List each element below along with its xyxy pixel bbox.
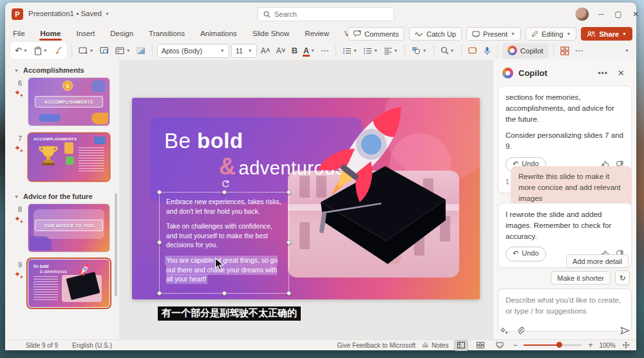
- shape-fill-button[interactable]: [135, 43, 147, 58]
- close-button[interactable]: ✕: [629, 8, 643, 21]
- copilot-input-card[interactable]: Describe what you'd like to create, or t…: [498, 288, 632, 332]
- font-name-value: Aptos (Body): [162, 47, 203, 55]
- minimize-button[interactable]: ─: [594, 8, 608, 21]
- tab-review[interactable]: Review: [303, 28, 330, 39]
- chevron-down-icon[interactable]: ▼: [622, 32, 627, 36]
- search-box[interactable]: [258, 7, 394, 21]
- diagonal-fill-icon: [137, 47, 146, 55]
- numbering-button[interactable]: ▼: [361, 43, 380, 58]
- undo-button[interactable]: ↶ Undo: [506, 247, 546, 261]
- shrink-font-button[interactable]: A˅: [274, 43, 288, 58]
- resize-handle[interactable]: [287, 240, 291, 245]
- zoom-level[interactable]: 100%: [599, 342, 616, 349]
- copilot-ribbon-button[interactable]: Copilot: [502, 43, 549, 59]
- designer-button[interactable]: [466, 43, 480, 58]
- search-input[interactable]: [274, 10, 377, 18]
- tab-animations[interactable]: Animations: [199, 28, 238, 39]
- shapes-icon: [412, 46, 421, 55]
- font-size-select[interactable]: 11▼: [231, 44, 257, 58]
- resize-handle[interactable]: [222, 190, 227, 194]
- layout-button[interactable]: ▼: [113, 43, 133, 58]
- font-color-button[interactable]: A▼: [301, 43, 317, 58]
- present-button[interactable]: Present ▼: [466, 27, 521, 41]
- notes-toggle[interactable]: Notes: [422, 342, 448, 349]
- slide-6-thumbnail[interactable]: 1 ACCOMPLISHMENTS: [28, 78, 109, 126]
- collapse-ribbon-button[interactable]: ▼: [623, 43, 631, 58]
- slide-9-thumbnail[interactable]: Be bold & adventurous: [28, 259, 109, 307]
- zoom-out-button[interactable]: −: [513, 341, 517, 350]
- selected-text-box[interactable]: Embrace new experiences, takes risks, an…: [159, 192, 289, 294]
- normal-view-button[interactable]: [455, 341, 468, 350]
- paste-button[interactable]: ▼: [32, 43, 50, 58]
- new-slide-icon: [79, 46, 88, 55]
- grow-font-button[interactable]: A˄: [259, 43, 272, 58]
- dictate-button[interactable]: [482, 43, 493, 58]
- suggestion-chip-make-shorter[interactable]: Make it shorter: [551, 271, 611, 285]
- rotate-handle[interactable]: [222, 180, 229, 187]
- share-button[interactable]: Share ▼: [581, 27, 632, 41]
- undo-button[interactable]: ↶▼: [13, 43, 30, 58]
- arrange-shapes-button[interactable]: ▼: [410, 43, 429, 58]
- section-header-accomplishments[interactable]: ▼ Accomplishments: [14, 66, 119, 74]
- copilot-sparkle-icon: ✦✦: [14, 270, 25, 279]
- section-header-advice[interactable]: ▼ Advice for the future: [14, 193, 119, 200]
- tab-insert[interactable]: Insert: [75, 28, 96, 39]
- reset-button[interactable]: [98, 43, 111, 58]
- attach-icon[interactable]: [516, 326, 524, 335]
- chevron-down-icon: ▼: [14, 194, 19, 199]
- user-avatar[interactable]: [575, 7, 589, 21]
- designer-pane-button[interactable]: [558, 43, 571, 58]
- send-icon[interactable]: [620, 326, 630, 335]
- brush-icon: [54, 46, 62, 55]
- pane-close-button[interactable]: ✕: [618, 68, 625, 78]
- pane-options-button[interactable]: •••: [598, 69, 608, 78]
- font-name-select[interactable]: Aptos (Body)▼: [157, 44, 229, 58]
- language-indicator[interactable]: English (U.S.): [72, 342, 112, 349]
- document-title[interactable]: Presentation1 • Saved ▼: [28, 10, 109, 17]
- resize-handle[interactable]: [287, 190, 291, 194]
- ribbon-overflow-button[interactable]: ⋯: [573, 43, 585, 58]
- prompt-sparkle-icon[interactable]: [500, 327, 509, 335]
- suggestion-chip-add-detail[interactable]: Add more detail: [566, 254, 629, 268]
- copilot-sparkle-icon: ✦✦: [14, 144, 25, 153]
- maximize-button[interactable]: ▢: [611, 8, 625, 21]
- bullets-button[interactable]: ▼: [341, 43, 359, 58]
- chevron-down-icon[interactable]: ▼: [567, 32, 571, 36]
- catch-up-button[interactable]: Catch Up: [409, 27, 462, 41]
- tab-transitions[interactable]: Transitions: [147, 28, 186, 39]
- copilot-input[interactable]: Describe what you'd like to create, or t…: [506, 295, 624, 316]
- editing-mode-button[interactable]: Editing ▼: [526, 27, 577, 41]
- copilot-ribbon-label: Copilot: [520, 47, 544, 55]
- thumbnail-scrollbar[interactable]: [115, 193, 117, 296]
- fit-to-window-icon[interactable]: [622, 341, 630, 349]
- tab-home[interactable]: Home: [39, 28, 62, 39]
- comments-button[interactable]: Comments: [348, 27, 404, 41]
- resize-handle[interactable]: [157, 291, 162, 296]
- slide-body-text[interactable]: Embrace new experiences, takes risks, an…: [166, 198, 285, 290]
- feedback-link[interactable]: Give Feedback to Microsoft: [337, 342, 416, 349]
- new-slide-button[interactable]: ▼: [77, 43, 96, 58]
- slide-9-canvas[interactable]: Be bold &adventurous: [132, 98, 480, 299]
- tab-file[interactable]: File: [12, 28, 26, 39]
- format-painter-button[interactable]: [52, 43, 64, 58]
- more-font-options-button[interactable]: ⋯: [319, 43, 331, 58]
- tab-design[interactable]: Design: [109, 28, 135, 39]
- resize-handle[interactable]: [157, 240, 162, 245]
- resize-handle[interactable]: [287, 291, 291, 296]
- resize-handle[interactable]: [222, 291, 227, 296]
- chevron-down-icon[interactable]: ▼: [511, 32, 515, 36]
- refresh-suggestions-button[interactable]: ↻: [615, 270, 630, 285]
- slide-number: 9: [18, 261, 22, 268]
- zoom-in-button[interactable]: +: [588, 341, 592, 350]
- tab-slideshow[interactable]: Slide Show: [251, 28, 291, 39]
- align-button[interactable]: ▼: [382, 43, 400, 58]
- slide-sorter-view-button[interactable]: [474, 341, 487, 350]
- zoom-slider-knob[interactable]: [556, 342, 562, 348]
- slideshow-view-button[interactable]: [493, 341, 506, 350]
- bold-button[interactable]: B: [290, 43, 299, 58]
- slide-7-thumbnail[interactable]: ACCOMPLISHMENTS: [28, 133, 109, 181]
- find-button[interactable]: ▼: [439, 43, 457, 58]
- resize-handle[interactable]: [157, 190, 162, 194]
- slide-8-thumbnail[interactable]: OUR ADVICE TO YOU: [28, 204, 109, 252]
- zoom-slider[interactable]: [524, 344, 582, 346]
